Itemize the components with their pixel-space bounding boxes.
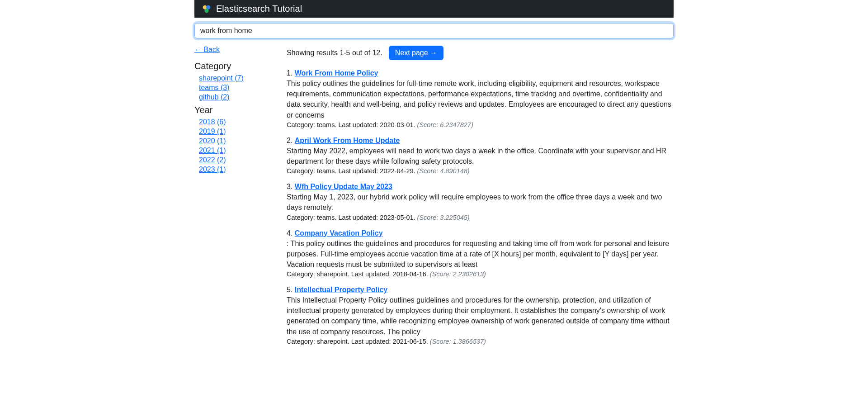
facet-item: github (2) (194, 93, 276, 101)
result-meta: Category: teams. Last updated: 2023-05-0… (287, 214, 674, 221)
result-score: (Score: 1.3866537) (430, 338, 486, 345)
result-number: 3. (287, 183, 295, 190)
facet-title: Category (194, 61, 276, 71)
result-snippet: This policy outlines the guidelines for … (287, 78, 674, 120)
back-link[interactable]: ← Back (194, 46, 220, 54)
result-meta-text: Category: teams. Last updated: 2022-04-2… (287, 167, 417, 175)
facet-link-sharepoint[interactable]: sharepoint (7) (199, 74, 244, 82)
result-meta-text: Category: sharepoint. Last updated: 2018… (287, 270, 430, 278)
result-score: (Score: 3.225045) (417, 214, 470, 221)
result-number: 4. (287, 229, 295, 237)
facet-item: sharepoint (7) (194, 74, 276, 82)
facet-link-2020[interactable]: 2020 (1) (199, 137, 226, 145)
result-heading: 4. Company Vacation Policy (287, 229, 674, 237)
result-meta-text: Category: teams. Last updated: 2020-03-0… (287, 121, 417, 128)
result-score: (Score: 2.2302613) (430, 270, 486, 278)
facet-title: Year (194, 105, 276, 115)
facet-link-github[interactable]: github (2) (199, 93, 230, 101)
result-item: 4. Company Vacation Policy : This policy… (287, 229, 674, 278)
result-snippet: This Intellectual Property Policy outlin… (287, 295, 674, 337)
result-meta: Category: teams. Last updated: 2020-03-0… (287, 121, 674, 128)
result-meta: Category: sharepoint. Last updated: 2018… (287, 270, 674, 278)
facet-link-2019[interactable]: 2019 (1) (199, 128, 226, 135)
result-heading: 2. April Work From Home Update (287, 137, 674, 145)
results-header: Showing results 1-5 out of 12. Next page… (287, 46, 674, 60)
search-row (194, 23, 674, 38)
page-wrapper: Elasticsearch Tutorial ← Back Category s… (194, 0, 674, 353)
navbar: Elasticsearch Tutorial (194, 0, 674, 18)
result-snippet: : This policy outlines the guidelines an… (287, 238, 674, 270)
facet-item: 2019 (1) (194, 128, 276, 136)
layout: ← Back Category sharepoint (7) teams (3)… (194, 46, 674, 353)
result-item: 3. Wfh Policy Update May 2023 Starting M… (287, 183, 674, 221)
results-summary: Showing results 1-5 out of 12. (287, 49, 382, 57)
facet-link-2018[interactable]: 2018 (6) (199, 118, 226, 126)
next-page-button[interactable]: Next page → (389, 46, 443, 60)
result-title-link[interactable]: Wfh Policy Update May 2023 (295, 183, 392, 190)
facet-item: 2021 (1) (194, 147, 276, 155)
result-number: 2. (287, 137, 295, 144)
facet-item: 2023 (1) (194, 166, 276, 174)
result-item: 1. Work From Home Policy This policy out… (287, 69, 674, 128)
facet-list-year: 2018 (6) 2019 (1) 2020 (1) 2021 (1) 2022… (194, 118, 276, 174)
result-heading: 5. Intellectual Property Policy (287, 286, 674, 294)
result-number: 1. (287, 69, 295, 77)
result-snippet: Starting May 1, 2023, our hybrid work po… (287, 192, 674, 213)
facet-link-2023[interactable]: 2023 (1) (199, 166, 226, 173)
result-meta: Category: teams. Last updated: 2022-04-2… (287, 167, 674, 175)
result-title-link[interactable]: Work From Home Policy (295, 69, 378, 77)
brand-title: Elasticsearch Tutorial (216, 4, 302, 14)
facet-link-teams[interactable]: teams (3) (199, 84, 230, 91)
result-item: 2. April Work From Home Update Starting … (287, 137, 674, 175)
result-snippet: Starting May 2022, employees will need t… (287, 146, 674, 166)
result-title-link[interactable]: April Work From Home Update (295, 137, 400, 144)
facet-item: 2018 (6) (194, 118, 276, 126)
facet-item: 2020 (1) (194, 137, 276, 145)
facet-link-2022[interactable]: 2022 (2) (199, 156, 226, 164)
facet-group-category: Category sharepoint (7) teams (3) github… (194, 61, 276, 101)
facet-link-2021[interactable]: 2021 (1) (199, 147, 226, 154)
facet-item: 2022 (2) (194, 156, 276, 164)
facet-item: teams (3) (194, 84, 276, 92)
result-number: 5. (287, 286, 295, 294)
sidebar: ← Back Category sharepoint (7) teams (3)… (194, 46, 276, 353)
result-title-link[interactable]: Intellectual Property Policy (295, 286, 387, 294)
main: Showing results 1-5 out of 12. Next page… (287, 46, 674, 353)
result-meta-text: Category: teams. Last updated: 2023-05-0… (287, 214, 417, 221)
svg-point-2 (204, 9, 208, 13)
result-meta: Category: sharepoint. Last updated: 2021… (287, 338, 674, 345)
facet-group-year: Year 2018 (6) 2019 (1) 2020 (1) 2021 (1)… (194, 105, 276, 174)
result-score: (Score: 6.2347827) (417, 121, 473, 128)
result-item: 5. Intellectual Property Policy This Int… (287, 286, 674, 345)
result-heading: 3. Wfh Policy Update May 2023 (287, 183, 674, 191)
result-title-link[interactable]: Company Vacation Policy (295, 229, 383, 237)
result-heading: 1. Work From Home Policy (287, 69, 674, 77)
elasticsearch-logo-icon (202, 4, 212, 14)
result-score: (Score: 4.890148) (417, 167, 470, 175)
container: ← Back Category sharepoint (7) teams (3)… (194, 18, 674, 353)
result-meta-text: Category: sharepoint. Last updated: 2021… (287, 338, 430, 345)
facet-list-category: sharepoint (7) teams (3) github (2) (194, 74, 276, 101)
search-input[interactable] (194, 23, 674, 38)
